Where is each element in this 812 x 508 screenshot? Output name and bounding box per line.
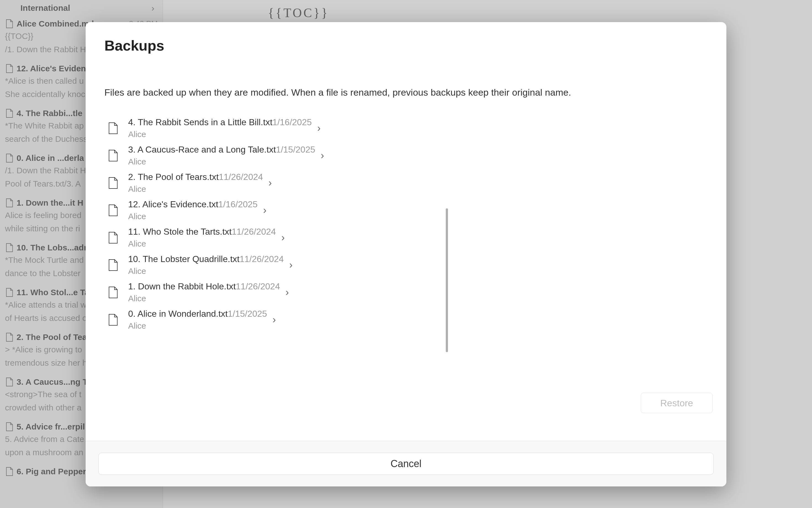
backup-date: 1/15/2025 xyxy=(276,144,315,155)
backup-row[interactable]: 10. The Lobster Quadrille.txt11/26/2024 … xyxy=(104,251,708,279)
backup-row[interactable]: 1. Down the Rabbit Hole.txt11/26/2024 Al… xyxy=(104,279,708,306)
backup-filename: 2. The Pool of Tears.txt xyxy=(128,172,219,182)
backup-filename: 1. Down the Rabbit Hole.txt xyxy=(128,281,236,292)
file-icon xyxy=(107,149,118,162)
cancel-button-label: Cancel xyxy=(390,458,422,470)
backup-folder: Alice xyxy=(128,239,276,249)
modal-description: Files are backed up when they are modifi… xyxy=(104,87,708,98)
file-icon xyxy=(107,313,118,327)
chevron-right-icon: › xyxy=(263,205,267,216)
chevron-right-icon: › xyxy=(269,177,272,189)
chevron-right-icon: › xyxy=(281,232,285,244)
file-icon xyxy=(107,231,118,244)
backup-filename: 3. A Caucus-Race and a Long Tale.txt xyxy=(128,144,276,155)
file-icon xyxy=(107,286,118,299)
chevron-right-icon: › xyxy=(317,122,321,134)
backup-folder: Alice xyxy=(128,321,267,331)
chevron-right-icon: › xyxy=(289,259,292,271)
chevron-right-icon: › xyxy=(286,287,289,298)
backup-date: 11/26/2024 xyxy=(239,254,284,264)
backup-date: 1/16/2025 xyxy=(272,117,312,127)
backup-row[interactable]: 3. A Caucus-Race and a Long Tale.txt1/15… xyxy=(104,142,708,169)
backup-row[interactable]: 0. Alice in Wonderland.txt1/15/2025 Alic… xyxy=(104,306,708,333)
file-icon xyxy=(107,122,118,135)
modal-body: Files are backed up when they are modifi… xyxy=(86,59,726,441)
backup-list: 4. The Rabbit Sends in a Little Bill.txt… xyxy=(104,115,708,333)
backup-date: 11/26/2024 xyxy=(219,172,263,182)
backup-filename: 4. The Rabbit Sends in a Little Bill.txt xyxy=(128,117,272,127)
backup-row[interactable]: 12. Alice's Evidence.txt1/16/2025 Alice … xyxy=(104,197,708,224)
backup-date: 1/15/2025 xyxy=(228,309,267,319)
file-icon xyxy=(107,258,118,272)
backup-date: 1/16/2025 xyxy=(218,199,257,210)
backup-filename: 0. Alice in Wonderland.txt xyxy=(128,309,228,319)
backup-row[interactable]: 11. Who Stole the Tarts.txt11/26/2024 Al… xyxy=(104,224,708,251)
backup-folder: Alice xyxy=(128,184,263,194)
chevron-right-icon: › xyxy=(273,314,276,326)
backup-folder: Alice xyxy=(128,212,258,221)
backup-folder: Alice xyxy=(128,266,284,276)
chevron-right-icon: › xyxy=(321,150,324,161)
file-icon xyxy=(107,204,118,217)
restore-button[interactable]: Restore xyxy=(641,393,713,413)
modal-header: Backups xyxy=(86,22,726,59)
backups-modal: Backups Files are backed up when they ar… xyxy=(86,22,726,486)
modal-footer: Cancel xyxy=(86,441,726,486)
backup-row[interactable]: 2. The Pool of Tears.txt11/26/2024 Alice… xyxy=(104,169,708,197)
backup-filename: 12. Alice's Evidence.txt xyxy=(128,199,218,210)
backup-folder: Alice xyxy=(128,130,312,139)
file-icon xyxy=(107,176,118,189)
backup-date: 11/26/2024 xyxy=(232,227,276,237)
scrollbar[interactable] xyxy=(446,208,448,352)
backup-folder: Alice xyxy=(128,294,280,303)
backup-date: 11/26/2024 xyxy=(236,281,280,292)
backup-filename: 10. The Lobster Quadrille.txt xyxy=(128,254,239,264)
modal-title: Backups xyxy=(104,37,708,54)
cancel-button[interactable]: Cancel xyxy=(98,453,714,475)
backup-folder: Alice xyxy=(128,157,315,166)
restore-button-label: Restore xyxy=(660,398,693,409)
backup-filename: 11. Who Stole the Tarts.txt xyxy=(128,227,232,237)
backup-row[interactable]: 4. The Rabbit Sends in a Little Bill.txt… xyxy=(104,115,708,142)
